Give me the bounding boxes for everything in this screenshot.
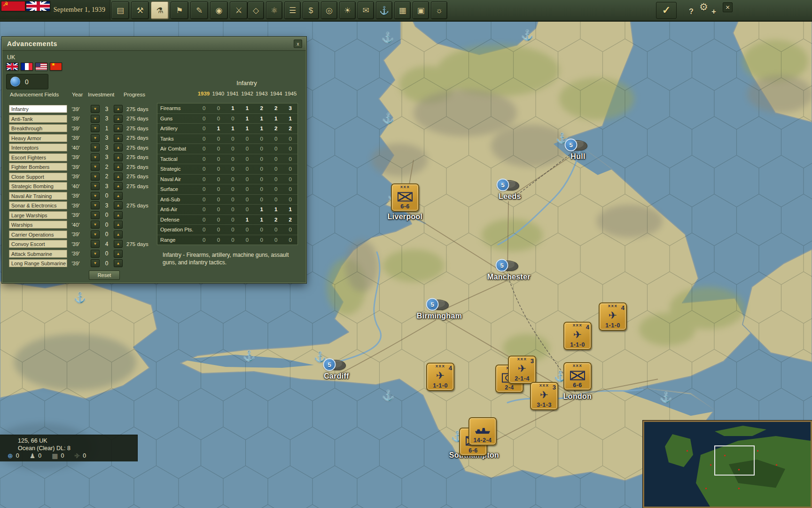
- minimap[interactable]: [643, 421, 812, 508]
- unit-grid-button[interactable]: ▦: [394, 1, 411, 19]
- decrease-investment-button[interactable]: ▼: [91, 173, 100, 181]
- air-unit[interactable]: XXX✈41-1-0: [563, 322, 592, 350]
- usa-flag-icon[interactable]: [35, 63, 47, 71]
- decrease-investment-button[interactable]: ▼: [91, 105, 100, 113]
- decrease-investment-button[interactable]: ▼: [91, 153, 100, 161]
- decrease-investment-button[interactable]: ▼: [91, 143, 100, 151]
- decrease-investment-button[interactable]: ▼: [91, 182, 100, 190]
- china-flag-icon[interactable]: ★: [50, 63, 62, 71]
- decrease-investment-button[interactable]: ▼: [91, 259, 100, 267]
- strategy-button[interactable]: ◎: [321, 1, 337, 19]
- field-label[interactable]: Warships: [9, 221, 67, 229]
- decrease-investment-button[interactable]: ▼: [91, 211, 100, 219]
- help-button[interactable]: ?: [689, 8, 694, 16]
- ship-unit[interactable]: 14-2-4: [468, 417, 497, 445]
- decrease-investment-button[interactable]: ▼: [91, 221, 100, 229]
- naval-button[interactable]: ⚓: [376, 1, 392, 19]
- field-label[interactable]: Carrier Operations: [9, 230, 67, 238]
- end-turn-button[interactable]: ✓: [656, 2, 677, 19]
- close-panel-button[interactable]: x: [294, 40, 302, 48]
- increase-investment-button[interactable]: ▲: [114, 192, 123, 200]
- messages-button[interactable]: ✉: [358, 1, 374, 19]
- field-label[interactable]: Sonar & Electronics: [9, 201, 67, 209]
- combat-button[interactable]: ☼: [431, 1, 447, 19]
- increase-investment-button[interactable]: ▲: [114, 182, 123, 190]
- year-tab-1939[interactable]: 1939: [196, 91, 211, 96]
- field-label[interactable]: Close Support: [9, 173, 67, 181]
- intelligence-button[interactable]: ◉: [210, 1, 228, 19]
- city-label-manchester[interactable]: Manchester: [487, 273, 531, 281]
- increase-investment-button[interactable]: ▲: [114, 124, 123, 132]
- hex-info-button[interactable]: ◇: [248, 1, 264, 19]
- reports-button[interactable]: ✎: [190, 1, 208, 19]
- city-label-liverpool[interactable]: Liverpool: [388, 213, 423, 221]
- settings-gear-icon[interactable]: ⚙: [699, 1, 708, 13]
- select-frame-button[interactable]: ▣: [413, 1, 429, 19]
- research-globe-icon[interactable]: [10, 77, 20, 87]
- field-label[interactable]: Anti-Tank: [9, 115, 67, 123]
- city-label-hull[interactable]: Hull: [570, 152, 585, 161]
- field-label[interactable]: Long Range Submarine: [9, 259, 67, 267]
- uk-flag-icon[interactable]: [6, 63, 18, 71]
- year-tab-1941[interactable]: 1941: [226, 91, 240, 96]
- transport-button[interactable]: ☰: [284, 1, 301, 19]
- field-label[interactable]: Naval Air Training: [9, 192, 67, 200]
- decrease-investment-button[interactable]: ▼: [91, 201, 100, 209]
- increase-investment-button[interactable]: ▲: [114, 259, 123, 267]
- research-button[interactable]: ⚗: [151, 1, 169, 19]
- decrease-investment-button[interactable]: ▼: [91, 163, 100, 171]
- increase-investment-button[interactable]: ▲: [114, 250, 123, 258]
- field-label[interactable]: Heavy Armor: [9, 134, 67, 142]
- year-tab-1940[interactable]: 1940: [211, 91, 226, 96]
- field-label[interactable]: Interceptors: [9, 143, 67, 151]
- field-label[interactable]: Strategic Bombing: [9, 182, 67, 190]
- city-label-cardiff[interactable]: Cardiff: [324, 372, 349, 381]
- decrease-investment-button[interactable]: ▼: [91, 250, 100, 258]
- city-label-london[interactable]: London: [563, 392, 592, 401]
- increase-investment-button[interactable]: ▲: [114, 163, 123, 171]
- increase-investment-button[interactable]: ▲: [114, 211, 123, 219]
- decrease-investment-button[interactable]: ▼: [91, 240, 100, 248]
- decrease-investment-button[interactable]: ▼: [91, 134, 100, 142]
- increase-investment-button[interactable]: ▲: [114, 201, 123, 209]
- increase-investment-button[interactable]: ▲: [114, 143, 123, 151]
- military-button[interactable]: ⚔: [230, 1, 248, 19]
- production-button[interactable]: ⚒: [131, 1, 149, 19]
- field-label[interactable]: Breakthrough: [9, 124, 67, 132]
- increase-investment-button[interactable]: ▲: [114, 153, 123, 161]
- city-label-leeds[interactable]: Leeds: [499, 192, 521, 201]
- close-app-button[interactable]: ✕: [723, 2, 733, 12]
- city-label-birmingham[interactable]: Birmingham: [417, 312, 462, 320]
- field-label[interactable]: Convoy Escort: [9, 240, 67, 248]
- field-label[interactable]: Infantry: [9, 105, 67, 113]
- year-tab-1943[interactable]: 1943: [254, 91, 269, 96]
- field-label[interactable]: Fighter Bombers: [9, 163, 67, 171]
- field-label[interactable]: Escort Fighters: [9, 153, 67, 161]
- decrease-investment-button[interactable]: ▼: [91, 124, 100, 132]
- weather-button[interactable]: ☀: [339, 1, 356, 19]
- decrease-investment-button[interactable]: ▼: [91, 115, 100, 123]
- decrease-investment-button[interactable]: ▼: [91, 230, 100, 238]
- reset-button[interactable]: Reset: [89, 270, 120, 280]
- industry-button[interactable]: ▤: [111, 1, 129, 19]
- air-unit[interactable]: XXX✈32-1-4: [508, 356, 536, 384]
- increase-investment-button[interactable]: ▲: [114, 115, 123, 123]
- field-label[interactable]: Large Warships: [9, 211, 67, 219]
- air-unit[interactable]: XXX✈33-1-3: [530, 382, 558, 410]
- year-tab-1945[interactable]: 1945: [283, 91, 298, 96]
- france-flag-icon[interactable]: [21, 63, 33, 71]
- air-unit[interactable]: XXX✈41-1-0: [426, 363, 454, 391]
- zoom-button[interactable]: +: [711, 7, 716, 16]
- air-unit[interactable]: XXX✈41-1-0: [599, 302, 627, 331]
- year-tab-1942[interactable]: 1942: [240, 91, 255, 96]
- increase-investment-button[interactable]: ▲: [114, 240, 123, 248]
- increase-investment-button[interactable]: ▲: [114, 230, 123, 238]
- increase-investment-button[interactable]: ▲: [114, 221, 123, 229]
- diplomacy-button[interactable]: ⚑: [171, 1, 188, 19]
- year-tab-1944[interactable]: 1944: [269, 91, 283, 96]
- decrease-investment-button[interactable]: ▼: [91, 192, 100, 200]
- increase-investment-button[interactable]: ▲: [114, 134, 123, 142]
- increase-investment-button[interactable]: ▲: [114, 105, 123, 113]
- resources-button[interactable]: ⚛: [266, 1, 282, 19]
- infantry-unit[interactable]: XXX6-6: [563, 362, 592, 390]
